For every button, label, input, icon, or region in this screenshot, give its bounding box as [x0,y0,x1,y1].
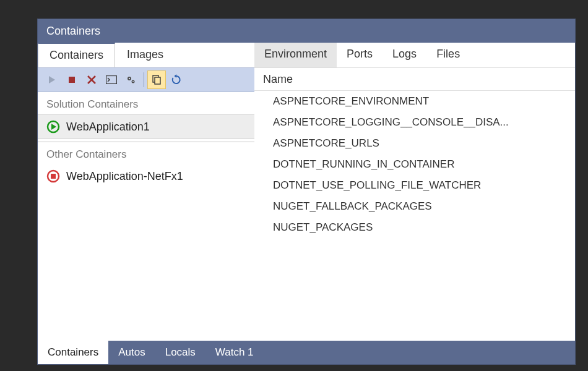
group-header-other: Other Containers [38,142,254,164]
containers-list: Solution Containers WebApplication1 Othe… [38,92,254,341]
copy-icon [151,74,162,85]
tab-label: Watch 1 [215,346,254,359]
tab-containers[interactable]: Containers [38,43,115,67]
env-list: ASPNETCORE_ENVIRONMENT ASPNETCORE_LOGGIN… [254,91,575,341]
env-row[interactable]: DOTNET_USE_POLLING_FILE_WATCHER [254,175,575,196]
right-panel: Environment Ports Logs Files Name ASPNET… [254,43,575,341]
remove-button[interactable] [82,70,101,89]
env-name: DOTNET_RUNNING_IN_CONTAINER [273,158,454,170]
start-button[interactable] [43,70,61,89]
terminal-button[interactable] [102,70,121,89]
bottom-tab-locals[interactable]: Locals [155,341,205,364]
gears-icon [126,74,137,85]
settings-button[interactable] [122,70,141,89]
toolbar-separator [144,72,144,87]
env-name: ASPNETCORE_ENVIRONMENT [273,95,429,107]
window-title: Containers [46,25,100,38]
container-row[interactable]: WebApplication-NetFx1 [38,164,254,188]
env-name: DOTNET_USE_POLLING_FILE_WATCHER [273,179,481,191]
container-name: WebApplication1 [66,121,150,134]
tab-label: Containers [50,49,103,61]
right-tabs: Environment Ports Logs Files [254,43,575,67]
refresh-button[interactable] [167,70,186,89]
container-name: WebApplication-NetFx1 [66,170,183,183]
running-icon [46,120,60,134]
env-name: ASPNETCORE_URLS [273,137,379,149]
tab-images[interactable]: Images [115,43,175,67]
svg-rect-15 [51,174,56,179]
group-header-solution: Solution Containers [38,92,254,114]
bottom-tab-watch1[interactable]: Watch 1 [205,341,264,364]
refresh-icon [171,74,182,85]
copy-button[interactable] [147,70,166,89]
env-name: NUGET_FALLBACK_PACKAGES [273,200,432,212]
svg-point-8 [132,81,134,82]
env-row[interactable]: ASPNETCORE_URLS [254,133,575,154]
terminal-icon [106,75,117,84]
svg-rect-4 [106,76,117,84]
window-body: Containers Images [38,43,575,341]
tab-label: Images [127,48,163,61]
env-row[interactable]: DOTNET_RUNNING_IN_CONTAINER [254,154,575,175]
env-row[interactable]: ASPNETCORE_ENVIRONMENT [254,91,575,112]
stop-button[interactable] [63,70,81,89]
play-icon [48,75,56,84]
tab-environment[interactable]: Environment [254,43,337,67]
toolbar [38,67,254,92]
tab-label: Containers [48,346,98,359]
svg-marker-11 [175,74,177,78]
env-row[interactable]: ASPNETCORE_LOGGING__CONSOLE__DISA... [254,112,575,133]
tab-logs[interactable]: Logs [383,43,426,67]
tab-label: Environment [264,48,327,60]
tab-label: Files [436,48,460,60]
left-tabs: Containers Images [38,43,254,67]
env-grid-header[interactable]: Name [254,67,575,91]
column-header-name: Name [263,73,293,86]
bottom-tab-autos[interactable]: Autos [108,341,155,364]
tab-ports[interactable]: Ports [337,43,383,67]
tab-label: Locals [165,346,196,359]
tab-label: Autos [118,346,145,359]
svg-marker-0 [49,76,55,83]
svg-marker-13 [51,124,56,130]
containers-window: Containers Containers Images [37,19,576,365]
svg-point-6 [129,78,130,79]
left-panel: Containers Images [38,43,254,341]
bottom-tab-containers[interactable]: Containers [38,341,108,364]
env-row[interactable]: NUGET_FALLBACK_PACKAGES [254,196,575,217]
tab-files[interactable]: Files [426,43,470,67]
env-row[interactable]: NUGET_PACKAGES [254,217,575,238]
bottom-tabs: Containers Autos Locals Watch 1 [38,341,575,364]
env-name: ASPNETCORE_LOGGING__CONSOLE__DISA... [273,116,509,128]
container-row[interactable]: WebApplication1 [38,114,254,139]
tab-label: Ports [347,48,373,60]
svg-rect-1 [69,77,75,83]
close-icon [87,75,97,85]
window-titlebar[interactable]: Containers [38,19,575,43]
stopped-icon [46,169,60,183]
env-name: NUGET_PACKAGES [273,221,373,233]
svg-rect-10 [155,77,160,84]
stop-icon [67,75,76,84]
tab-label: Logs [392,48,417,60]
